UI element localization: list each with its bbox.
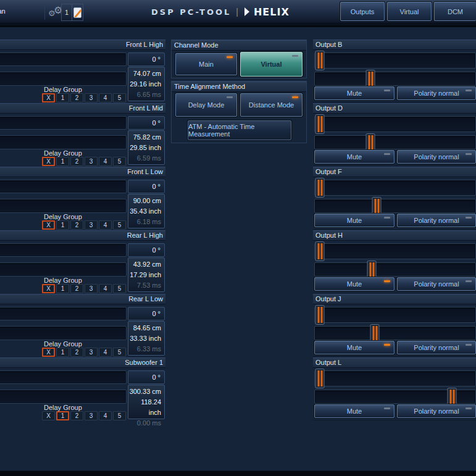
distance-slider-track[interactable] xyxy=(0,72,127,86)
delay-group-button-5[interactable]: 5 xyxy=(113,220,126,230)
delay-group-button-1[interactable]: 1 xyxy=(56,93,69,102)
nav-dcm-button[interactable]: DCM xyxy=(434,2,476,21)
distance-slider-track[interactable] xyxy=(0,262,127,277)
delay-group-button-x[interactable]: X xyxy=(42,157,55,166)
delay-group-button-3[interactable]: 3 xyxy=(85,220,98,230)
delay-group-button-x[interactable]: X xyxy=(42,93,55,102)
delay-group-button-2[interactable]: 2 xyxy=(70,411,83,420)
output-slider-track-1[interactable] xyxy=(314,180,476,196)
slider-handle[interactable] xyxy=(315,241,324,261)
delay-group-button-5[interactable]: 5 xyxy=(113,93,126,102)
slider-handle[interactable] xyxy=(315,305,324,325)
angle-value-field[interactable]: 0 ° xyxy=(128,243,165,257)
delay-group-button-1[interactable]: 1 xyxy=(56,348,69,357)
slider-handle[interactable] xyxy=(448,388,457,406)
delay-group-button-x[interactable]: X xyxy=(42,411,55,420)
distance-slider-track[interactable] xyxy=(0,199,127,213)
delay-group-button-x[interactable]: X xyxy=(42,220,55,230)
delay-group-button-5[interactable]: 5 xyxy=(113,411,126,420)
output-slider-track-2[interactable] xyxy=(314,135,476,149)
distance-slider-track[interactable] xyxy=(0,326,127,340)
polarity-button[interactable]: Polarity normal xyxy=(397,341,476,354)
delay-group-button-3[interactable]: 3 xyxy=(85,411,98,420)
delay-slider-track[interactable] xyxy=(0,370,127,384)
output-slider-track-1[interactable] xyxy=(314,243,476,259)
mute-button[interactable]: Mute xyxy=(314,86,395,100)
delay-group-button-1[interactable]: 1 xyxy=(56,220,69,230)
delay-group-button-2[interactable]: 2 xyxy=(70,348,83,357)
output-slider-track-1[interactable] xyxy=(314,116,476,132)
delay-slider-track[interactable] xyxy=(0,243,127,257)
delay-group-button-4[interactable]: 4 xyxy=(99,284,112,293)
delay-group-button-4[interactable]: 4 xyxy=(99,411,112,420)
distance-mode-button[interactable]: Distance Mode xyxy=(240,93,303,117)
output-slider-track-2[interactable] xyxy=(314,262,476,277)
polarity-button[interactable]: Polarity normal xyxy=(397,277,476,291)
slider-handle[interactable] xyxy=(366,70,375,88)
nav-virtual-button[interactable]: Virtual xyxy=(387,2,432,21)
output-slider-track-1[interactable] xyxy=(314,370,476,386)
mute-button[interactable]: Mute xyxy=(314,214,395,227)
delay-slider-track[interactable] xyxy=(0,307,127,320)
nav-outputs-button[interactable]: Outputs xyxy=(340,2,385,21)
polarity-button[interactable]: Polarity normal xyxy=(397,404,476,418)
delay-group-button-2[interactable]: 2 xyxy=(70,220,83,230)
output-slider-track-2[interactable] xyxy=(314,390,476,404)
delay-slider-track[interactable] xyxy=(0,116,127,130)
delay-group-button-2[interactable]: 2 xyxy=(70,157,83,166)
delay-group-button-x[interactable]: X xyxy=(42,348,55,357)
slider-handle[interactable] xyxy=(372,197,382,215)
distance-slider-track[interactable] xyxy=(0,135,127,149)
slider-handle[interactable] xyxy=(315,178,324,198)
delay-slider-track[interactable] xyxy=(0,52,127,66)
polarity-button[interactable]: Polarity normal xyxy=(397,150,476,164)
delay-mode-button[interactable]: Delay Mode xyxy=(175,93,237,117)
delay-group-button-2[interactable]: 2 xyxy=(70,93,83,102)
delay-group-button-5[interactable]: 5 xyxy=(113,348,126,357)
delay-group-button-1[interactable]: 1 xyxy=(56,157,69,166)
delay-group-button-x[interactable]: X xyxy=(42,284,55,293)
mute-button[interactable]: Mute xyxy=(314,404,395,418)
main-mode-button[interactable]: Main xyxy=(175,53,237,75)
virtual-mode-button[interactable]: Virtual xyxy=(240,52,303,77)
device-number-cell[interactable]: 1 xyxy=(62,4,72,20)
delay-group-button-2[interactable]: 2 xyxy=(70,284,83,293)
slider-handle[interactable] xyxy=(315,51,324,70)
distance-slider-track[interactable] xyxy=(0,390,127,404)
delay-group-button-5[interactable]: 5 xyxy=(113,284,126,293)
atm-button[interactable]: ATM - Automatic Time Measurement xyxy=(188,120,291,140)
delay-group-button-4[interactable]: 4 xyxy=(99,93,112,102)
mute-button[interactable]: Mute xyxy=(314,150,395,164)
mute-button[interactable]: Mute xyxy=(314,341,395,354)
polarity-button[interactable]: Polarity normal xyxy=(397,214,476,227)
angle-value-field[interactable]: 0 ° xyxy=(128,180,165,193)
delay-group-button-1[interactable]: 1 xyxy=(56,411,69,420)
delay-group-button-3[interactable]: 3 xyxy=(85,348,98,357)
angle-value-field[interactable]: 0 ° xyxy=(128,370,165,384)
output-slider-track-2[interactable] xyxy=(314,326,476,340)
delay-group-button-3[interactable]: 3 xyxy=(85,157,98,166)
angle-value-field[interactable]: 0 ° xyxy=(128,52,165,66)
delay-group-button-4[interactable]: 4 xyxy=(99,348,112,357)
polarity-button[interactable]: Polarity normal xyxy=(397,86,476,100)
slider-handle[interactable] xyxy=(367,261,377,278)
delay-group-button-1[interactable]: 1 xyxy=(56,284,69,293)
delay-slider-track[interactable] xyxy=(0,180,127,193)
delay-group-button-5[interactable]: 5 xyxy=(113,157,126,166)
slider-handle[interactable] xyxy=(370,324,380,342)
output-slider-track-1[interactable] xyxy=(314,52,476,69)
delay-group-button-4[interactable]: 4 xyxy=(99,157,112,166)
slider-handle[interactable] xyxy=(315,369,324,388)
angle-value-field[interactable]: 0 ° xyxy=(128,307,165,320)
output-slider-track-2[interactable] xyxy=(314,199,476,213)
slider-handle[interactable] xyxy=(315,114,324,134)
edit-preset-cell[interactable] xyxy=(72,4,83,20)
angle-value-field[interactable]: 0 ° xyxy=(128,116,165,130)
delay-group-button-3[interactable]: 3 xyxy=(85,93,98,102)
delay-group-button-3[interactable]: 3 xyxy=(85,284,98,293)
output-slider-track-1[interactable] xyxy=(314,307,476,323)
mute-button[interactable]: Mute xyxy=(314,277,395,291)
output-slider-track-2[interactable] xyxy=(314,72,476,86)
delay-group-button-4[interactable]: 4 xyxy=(99,220,112,230)
slider-handle[interactable] xyxy=(366,133,375,151)
